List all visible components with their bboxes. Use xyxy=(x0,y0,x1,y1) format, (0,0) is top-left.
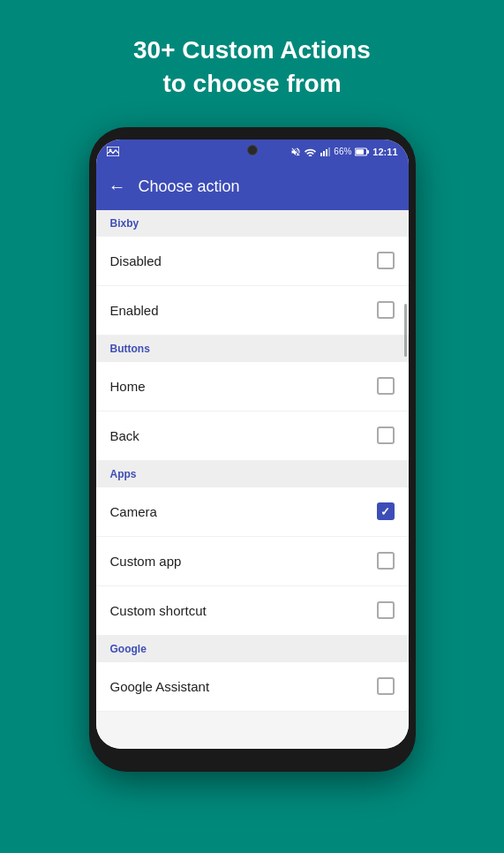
selfie-camera xyxy=(247,145,258,155)
checkbox-disabled[interactable] xyxy=(377,252,395,269)
svg-rect-8 xyxy=(357,149,365,155)
list-item[interactable]: Enabled xyxy=(96,286,409,336)
item-label-home: Home xyxy=(110,379,146,394)
item-label-enabled: Enabled xyxy=(110,303,159,318)
item-label-disabled: Disabled xyxy=(110,253,162,268)
svg-rect-3 xyxy=(323,151,325,156)
wifi-icon xyxy=(305,147,316,156)
status-right: 66% 12:11 xyxy=(290,147,397,157)
list-item[interactable]: Custom app xyxy=(96,537,409,586)
battery-percentage: 66% xyxy=(334,147,351,156)
action-list: Bixby Disabled Enabled Buttons Home Back… xyxy=(96,210,409,749)
checkbox-google-assistant[interactable] xyxy=(377,677,395,695)
status-left xyxy=(107,147,119,156)
app-bar: ← Choose action xyxy=(96,164,409,210)
checkbox-custom-shortcut[interactable] xyxy=(377,601,395,619)
phone-screen: 66% 12:11 ← Choose action Bixby Disabled xyxy=(96,140,409,749)
mute-icon xyxy=(290,147,301,157)
app-bar-title: Choose action xyxy=(139,177,240,196)
checkbox-camera[interactable] xyxy=(377,502,395,520)
status-image-icon xyxy=(107,147,119,156)
list-item[interactable]: Custom shortcut xyxy=(96,586,409,636)
svg-rect-7 xyxy=(367,150,369,154)
list-item[interactable]: Camera xyxy=(96,487,409,537)
section-header-buttons: Buttons xyxy=(96,336,409,362)
phone-device: 66% 12:11 ← Choose action Bixby Disabled xyxy=(89,127,416,772)
list-item[interactable]: Back xyxy=(96,411,409,461)
checkbox-back[interactable] xyxy=(377,426,395,444)
status-time: 12:11 xyxy=(372,147,397,157)
item-label-custom-shortcut: Custom shortcut xyxy=(110,603,207,618)
checkbox-home[interactable] xyxy=(377,377,395,395)
hero-title: 30+ Custom Actionsto choose from xyxy=(98,34,406,101)
checkbox-custom-app[interactable] xyxy=(377,552,395,570)
item-label-back: Back xyxy=(110,428,139,443)
list-item[interactable]: Disabled xyxy=(96,237,409,286)
battery-icon xyxy=(355,147,369,156)
item-label-google-assistant: Google Assistant xyxy=(110,679,210,694)
checkbox-enabled[interactable] xyxy=(377,301,395,319)
list-item[interactable]: Home xyxy=(96,362,409,411)
signal-icon xyxy=(320,147,330,157)
list-item[interactable]: Google Assistant xyxy=(96,662,409,712)
svg-rect-2 xyxy=(320,153,322,156)
item-label-custom-app: Custom app xyxy=(110,554,182,569)
section-header-google: Google xyxy=(96,636,409,662)
section-header-apps: Apps xyxy=(96,461,409,487)
back-button[interactable]: ← xyxy=(109,177,126,197)
svg-rect-5 xyxy=(328,147,330,156)
scroll-indicator xyxy=(404,304,407,357)
item-label-camera: Camera xyxy=(110,504,157,519)
svg-rect-4 xyxy=(326,149,327,156)
section-header-bixby: Bixby xyxy=(96,210,409,237)
